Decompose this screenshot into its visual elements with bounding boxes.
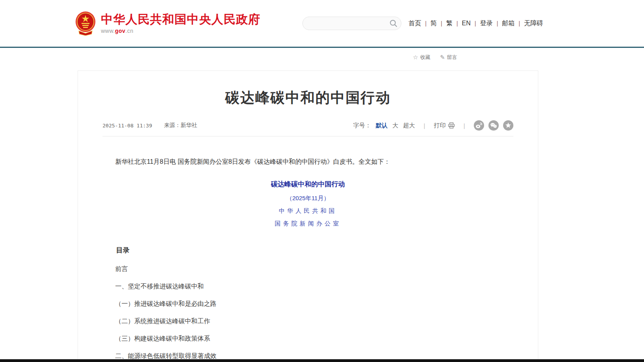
top-nav-link[interactable]: 简 xyxy=(431,19,437,28)
wechat-share-icon[interactable] xyxy=(488,120,499,131)
document-date-line: （2025年11月） xyxy=(103,195,513,202)
site-title: 中华人民共和国中央人民政府 xyxy=(101,13,260,26)
site-url-www: www. xyxy=(101,28,115,34)
divider: | xyxy=(456,20,458,27)
weibo-share-icon[interactable] xyxy=(474,120,484,131)
footer-bar xyxy=(0,359,644,362)
site-url: www.gov.cn xyxy=(101,28,260,34)
national-emblem-logo xyxy=(75,11,96,36)
favorite-button[interactable]: ☆ 收藏 xyxy=(413,54,430,61)
share-icons xyxy=(474,120,513,131)
fontsize-xlarge-button[interactable]: 超大 xyxy=(403,122,415,129)
brand-text: 中华人民共和国中央人民政府 www.gov.cn xyxy=(101,13,260,34)
site-header: 中华人民共和国中央人民政府 www.gov.cn 首页|简|繁|EN|登录|邮箱… xyxy=(0,0,644,47)
comment-button[interactable]: ✎ 留言 xyxy=(440,54,457,61)
article-meta-actions: 字号： 默认 大 超大 | 打印 | xyxy=(353,120,513,131)
toc-list: 前言一、坚定不移推进碳达峰碳中和（一）推进碳达峰碳中和是必由之路（二）系统推进碳… xyxy=(103,266,513,362)
fontsize-label: 字号： xyxy=(353,122,371,129)
source-label: 来源： xyxy=(164,122,180,129)
pencil-icon: ✎ xyxy=(440,54,445,61)
divider: | xyxy=(441,20,443,27)
toc-item: （一）推进碳达峰碳中和是必由之路 xyxy=(103,301,513,307)
site-brand[interactable]: 中华人民共和国中央人民政府 www.gov.cn xyxy=(75,11,260,36)
star-outline-icon: ☆ xyxy=(413,54,418,61)
top-nav-link[interactable]: EN xyxy=(462,20,471,27)
top-nav-link[interactable]: 登录 xyxy=(480,19,493,28)
qzone-star-share-icon[interactable] xyxy=(503,120,513,131)
meta-divider-line xyxy=(103,136,513,136)
top-nav-link[interactable]: 邮箱 xyxy=(502,19,515,28)
print-button[interactable]: 打印 xyxy=(434,122,455,129)
site-url-gov: gov xyxy=(115,28,125,34)
article-body: 新华社北京11月8日电 国务院新闻办公室8日发布《碳达峰碳中和的中国行动》白皮书… xyxy=(103,157,513,362)
document-title: 碳达峰碳中和的中国行动 xyxy=(103,180,513,189)
comment-label: 留言 xyxy=(447,54,457,61)
toc-item: （三）构建碳达峰碳中和政策体系 xyxy=(103,335,513,342)
toc-heading: 目录 xyxy=(103,246,513,255)
search-icon[interactable] xyxy=(389,19,397,27)
toc-item: （二）系统推进碳达峰碳中和工作 xyxy=(103,318,513,324)
fontsize-default-button[interactable]: 默认 xyxy=(376,122,388,129)
publish-date: 2025-11-08 11:39 xyxy=(103,123,152,129)
search-input[interactable] xyxy=(302,17,401,30)
divider: | xyxy=(497,20,498,27)
toc-item: 一、坚定不移推进碳达峰碳中和 xyxy=(103,283,513,290)
page-tools-row: ☆ 收藏 ✎ 留言 xyxy=(0,53,644,62)
fontsize-large-button[interactable]: 大 xyxy=(392,122,398,129)
source-value: 新华社 xyxy=(180,122,197,129)
top-nav-link[interactable]: 首页 xyxy=(408,19,421,28)
header-divider-rule xyxy=(0,47,644,48)
toc-item: 前言 xyxy=(103,266,513,272)
header-right: 首页|简|繁|EN|登录|邮箱|无障碍 xyxy=(302,17,543,30)
document-issuer-line1: 中华人民共和国 xyxy=(103,207,513,215)
toc-item: 二、能源绿色低碳转型取得显著成效 xyxy=(103,353,513,359)
print-label: 打印 xyxy=(434,122,446,129)
search-box xyxy=(302,17,401,30)
printer-icon xyxy=(448,122,455,129)
article-container: 碳达峰碳中和的中国行动 2025-11-08 11:39 来源： 新华社 字号：… xyxy=(78,70,538,362)
top-nav-link[interactable]: 繁 xyxy=(446,19,452,28)
article-title: 碳达峰碳中和的中国行动 xyxy=(103,88,513,108)
top-nav-link[interactable]: 无障碍 xyxy=(524,19,543,28)
article-meta-row: 2025-11-08 11:39 来源： 新华社 字号： 默认 大 超大 | 打… xyxy=(103,120,513,131)
divider: | xyxy=(464,122,465,129)
divider: | xyxy=(519,20,520,27)
document-issuer-line2: 国务院新闻办公室 xyxy=(103,220,513,227)
top-nav: 首页|简|繁|EN|登录|邮箱|无障碍 xyxy=(408,19,543,28)
site-url-cn: .cn xyxy=(125,28,133,34)
divider: | xyxy=(475,20,476,27)
divider: | xyxy=(425,20,427,27)
lead-paragraph: 新华社北京11月8日电 国务院新闻办公室8日发布《碳达峰碳中和的中国行动》白皮书… xyxy=(103,157,513,167)
divider: | xyxy=(424,122,425,129)
favorite-label: 收藏 xyxy=(420,54,430,61)
